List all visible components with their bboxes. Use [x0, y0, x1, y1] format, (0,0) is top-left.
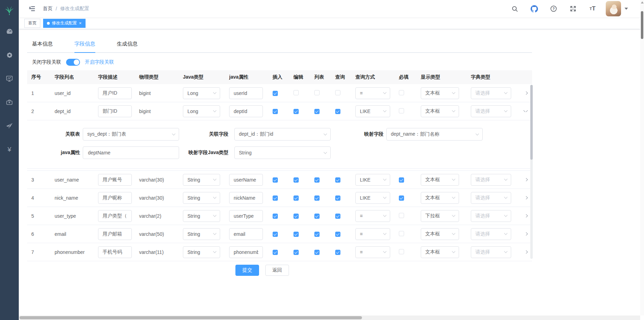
detail-input[interactable]	[83, 146, 179, 159]
field-desc-input[interactable]	[98, 174, 132, 186]
java-type-select[interactable]: Long	[183, 87, 220, 99]
page-horizontal-scrollbar[interactable]	[19, 315, 640, 320]
java-prop-input[interactable]	[229, 87, 263, 99]
tag-home[interactable]: 首页	[24, 19, 40, 28]
sidebar-item-system-settings[interactable]	[0, 43, 19, 67]
sidebar-item-send[interactable]	[0, 114, 19, 138]
edit-checkbox[interactable]	[293, 195, 299, 201]
detail-select[interactable]: dept_name：部门名称	[386, 128, 483, 141]
insert-checkbox[interactable]	[273, 195, 278, 201]
query-checkbox[interactable]	[335, 109, 340, 114]
java-type-select[interactable]: String	[183, 174, 220, 186]
list-checkbox[interactable]	[314, 232, 320, 237]
query-type-select[interactable]: =	[355, 87, 390, 99]
expand-row-icon[interactable]	[523, 214, 528, 217]
query-checkbox[interactable]	[335, 90, 340, 95]
detail-select[interactable]: String	[234, 146, 331, 159]
display-type-select[interactable]: 文本框	[421, 87, 459, 99]
query-checkbox[interactable]	[335, 250, 340, 255]
user-menu[interactable]	[606, 1, 628, 16]
query-type-select[interactable]: LIKE	[355, 105, 390, 117]
sidebar-item-monitor[interactable]	[0, 67, 19, 90]
field-desc-input[interactable]	[98, 228, 132, 240]
display-type-select[interactable]: 文本框	[421, 174, 459, 186]
query-type-select[interactable]: LIKE	[355, 192, 390, 204]
query-type-select[interactable]: =	[355, 228, 390, 240]
required-checkbox[interactable]	[399, 108, 404, 113]
query-type-select[interactable]: =	[355, 246, 390, 258]
required-checkbox[interactable]	[399, 195, 404, 201]
edit-checkbox[interactable]	[293, 109, 299, 114]
edit-checkbox[interactable]	[293, 177, 299, 183]
list-checkbox[interactable]	[314, 214, 320, 219]
field-desc-input[interactable]	[98, 87, 132, 99]
field-desc-input[interactable]	[98, 105, 132, 117]
java-type-select[interactable]: String	[183, 228, 220, 240]
java-prop-input[interactable]	[229, 246, 263, 258]
java-prop-input[interactable]	[229, 210, 263, 222]
query-checkbox[interactable]	[335, 232, 340, 237]
edit-checkbox[interactable]	[293, 250, 299, 255]
list-checkbox[interactable]	[314, 90, 320, 95]
tag-close-icon[interactable]: ×	[79, 21, 82, 25]
java-prop-input[interactable]	[229, 174, 263, 186]
edit-checkbox[interactable]	[293, 232, 299, 237]
collapse-row-icon[interactable]	[523, 110, 528, 112]
insert-checkbox[interactable]	[273, 91, 278, 96]
dict-type-select[interactable]: 请选择	[471, 174, 511, 186]
sidebar-item-tool[interactable]	[0, 90, 19, 114]
field-desc-input[interactable]	[98, 192, 132, 204]
relation-on-label[interactable]: 开启字段关联	[85, 59, 114, 65]
sidebar-collapse-button[interactable]	[24, 5, 40, 12]
relation-switch[interactable]	[66, 59, 80, 66]
breadcrumb-home[interactable]: 首页	[43, 6, 53, 12]
app-logo[interactable]	[0, 0, 19, 19]
dict-type-select[interactable]: 请选择	[471, 228, 511, 240]
required-checkbox[interactable]	[399, 231, 404, 236]
required-checkbox[interactable]	[399, 213, 404, 218]
sidebar-item-dashboard[interactable]	[0, 19, 19, 43]
list-checkbox[interactable]	[314, 177, 320, 183]
field-desc-input[interactable]	[98, 210, 132, 222]
expand-row-icon[interactable]	[523, 91, 528, 95]
list-checkbox[interactable]	[314, 109, 320, 114]
insert-checkbox[interactable]	[273, 177, 278, 183]
font-size-button[interactable]: TT	[586, 2, 599, 15]
dict-type-select[interactable]: 请选择	[471, 105, 511, 117]
dict-type-select[interactable]: 请选择	[471, 246, 511, 258]
table-vertical-scrollbar[interactable]	[530, 85, 533, 259]
query-checkbox[interactable]	[335, 177, 340, 183]
dict-type-select[interactable]: 请选择	[471, 192, 511, 204]
required-checkbox[interactable]	[399, 249, 404, 254]
java-type-select[interactable]: String	[183, 192, 220, 204]
field-desc-input[interactable]	[98, 246, 132, 258]
search-button[interactable]	[508, 2, 521, 15]
java-prop-input[interactable]	[229, 105, 263, 117]
query-type-select[interactable]: LIKE	[355, 174, 390, 186]
query-type-select[interactable]: =	[355, 210, 390, 222]
query-checkbox[interactable]	[335, 214, 340, 219]
tab-generate-info[interactable]: 生成信息	[117, 36, 138, 53]
display-type-select[interactable]: 文本框	[421, 246, 459, 258]
tab-basic-info[interactable]: 基本信息	[32, 36, 53, 53]
detail-select[interactable]: dept_id：部门id	[234, 128, 331, 141]
tag-active-modify-gen-config[interactable]: 修改生成配置 ×	[43, 19, 86, 28]
list-checkbox[interactable]	[314, 195, 320, 201]
insert-checkbox[interactable]	[273, 214, 278, 219]
tab-field-info[interactable]: 字段信息	[74, 36, 95, 53]
java-type-select[interactable]: String	[183, 210, 220, 222]
java-prop-input[interactable]	[229, 228, 263, 240]
display-type-select[interactable]: 文本框	[421, 228, 459, 240]
dict-type-select[interactable]: 请选择	[471, 87, 511, 99]
help-button[interactable]: ?	[547, 2, 560, 15]
edit-checkbox[interactable]	[293, 90, 299, 95]
query-checkbox[interactable]	[335, 195, 340, 201]
expand-row-icon[interactable]	[523, 232, 528, 235]
scroll-up-arrow-icon[interactable]	[641, 1, 644, 3]
sidebar-item-finance[interactable]: ¥	[0, 138, 19, 161]
github-link[interactable]	[528, 2, 540, 15]
java-prop-input[interactable]	[229, 192, 263, 204]
avatar[interactable]	[606, 1, 621, 16]
list-checkbox[interactable]	[314, 250, 320, 255]
expand-row-icon[interactable]	[523, 250, 528, 254]
